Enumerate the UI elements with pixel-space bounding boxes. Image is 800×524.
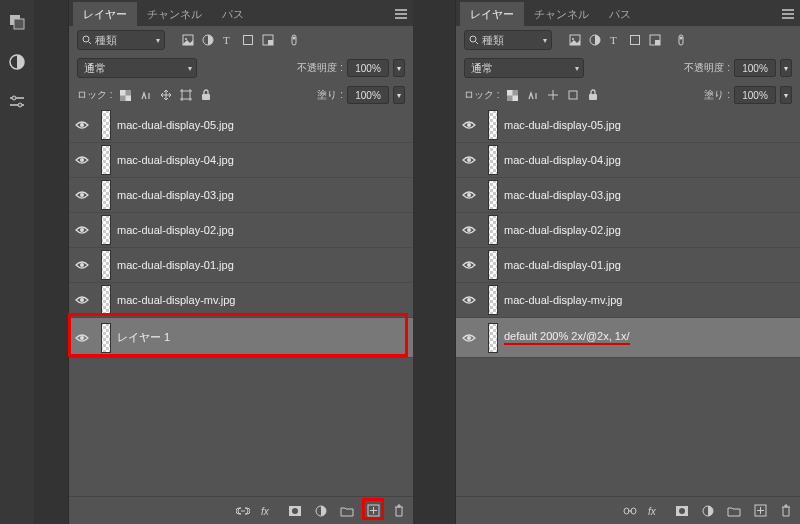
link-icon[interactable] xyxy=(235,503,251,519)
layer-name[interactable]: mac-dual-display-04.jpg xyxy=(117,154,234,166)
visibility-eye-icon[interactable] xyxy=(460,256,478,274)
layer-name[interactable]: レイヤー 1 xyxy=(117,330,170,345)
layers-list[interactable]: mac-dual-display-05.jpgmac-dual-display-… xyxy=(456,108,800,496)
layer-name[interactable]: mac-dual-display-03.jpg xyxy=(504,189,621,201)
layer-thumbnail[interactable] xyxy=(101,145,111,175)
visibility-eye-icon[interactable] xyxy=(460,329,478,347)
layer-thumbnail[interactable] xyxy=(101,323,111,353)
swatch-icon[interactable] xyxy=(5,10,29,34)
filter-smartobject-icon[interactable] xyxy=(261,33,275,47)
visibility-eye-icon[interactable] xyxy=(73,116,91,134)
lock-transparency-icon[interactable] xyxy=(506,88,520,102)
layer-filter-select[interactable]: 種類 ▾ xyxy=(77,30,165,50)
visibility-eye-icon[interactable] xyxy=(460,221,478,239)
fx-icon[interactable]: fx xyxy=(648,503,664,519)
layer-thumbnail[interactable] xyxy=(488,285,498,315)
visibility-eye-icon[interactable] xyxy=(73,256,91,274)
lock-artboard-icon[interactable] xyxy=(566,88,580,102)
layer-thumbnail[interactable] xyxy=(488,145,498,175)
group-icon[interactable] xyxy=(339,503,355,519)
fill-dropdown-icon[interactable]: ▾ xyxy=(780,86,792,104)
layer-thumbnail[interactable] xyxy=(488,323,498,353)
layer-name[interactable]: mac-dual-display-04.jpg xyxy=(504,154,621,166)
layer-thumbnail[interactable] xyxy=(488,215,498,245)
contrast-icon[interactable] xyxy=(5,50,29,74)
fill-dropdown-icon[interactable]: ▾ xyxy=(393,86,405,104)
filter-pixel-icon[interactable] xyxy=(568,33,582,47)
layer-thumbnail[interactable] xyxy=(488,180,498,210)
new-layer-icon[interactable] xyxy=(365,503,381,519)
layer-name[interactable]: mac-dual-display-02.jpg xyxy=(117,224,234,236)
layer-row[interactable]: mac-dual-display-mv.jpg xyxy=(456,283,800,318)
layer-row[interactable]: mac-dual-display-02.jpg xyxy=(456,213,800,248)
lock-image-icon[interactable] xyxy=(526,88,540,102)
layer-name[interactable]: mac-dual-display-mv.jpg xyxy=(117,294,235,306)
visibility-eye-icon[interactable] xyxy=(73,186,91,204)
tab-paths[interactable]: パス xyxy=(599,2,641,26)
opacity-dropdown-icon[interactable]: ▾ xyxy=(393,59,405,77)
tab-paths[interactable]: パス xyxy=(212,2,254,26)
tab-layers[interactable]: レイヤー xyxy=(73,2,137,26)
tab-layers[interactable]: レイヤー xyxy=(460,2,524,26)
opacity-value[interactable]: 100% xyxy=(734,59,776,77)
group-icon[interactable] xyxy=(726,503,742,519)
adjustment-icon[interactable] xyxy=(700,503,716,519)
layer-row[interactable]: レイヤー 1 xyxy=(69,318,413,358)
layer-thumbnail[interactable] xyxy=(488,250,498,280)
fill-value[interactable]: 100% xyxy=(734,86,776,104)
lock-artboard-icon[interactable] xyxy=(179,88,193,102)
filter-type-icon[interactable]: T xyxy=(221,33,235,47)
tab-channels[interactable]: チャンネル xyxy=(524,2,599,26)
visibility-eye-icon[interactable] xyxy=(73,329,91,347)
trash-icon[interactable] xyxy=(778,503,794,519)
lock-image-icon[interactable] xyxy=(139,88,153,102)
filter-shape-icon[interactable] xyxy=(628,33,642,47)
panel-menu-icon[interactable] xyxy=(776,2,800,26)
layer-name[interactable]: mac-dual-display-05.jpg xyxy=(117,119,234,131)
layer-thumbnail[interactable] xyxy=(488,110,498,140)
visibility-eye-icon[interactable] xyxy=(460,151,478,169)
layer-thumbnail[interactable] xyxy=(101,285,111,315)
layer-row[interactable]: mac-dual-display-04.jpg xyxy=(456,143,800,178)
layer-name[interactable]: mac-dual-display-03.jpg xyxy=(117,189,234,201)
filter-smartobject-icon[interactable] xyxy=(648,33,662,47)
layer-row[interactable]: default 200% 2x/@2x, 1x/ xyxy=(456,318,800,358)
layer-row[interactable]: mac-dual-display-03.jpg xyxy=(456,178,800,213)
layer-row[interactable]: mac-dual-display-05.jpg xyxy=(456,108,800,143)
layer-name[interactable]: mac-dual-display-01.jpg xyxy=(504,259,621,271)
blend-mode-select[interactable]: 通常▾ xyxy=(464,58,584,78)
layer-name[interactable]: mac-dual-display-01.jpg xyxy=(117,259,234,271)
filter-adjustment-icon[interactable] xyxy=(201,33,215,47)
layer-name[interactable]: mac-dual-display-05.jpg xyxy=(504,119,621,131)
lock-all-icon[interactable] xyxy=(586,88,600,102)
lock-all-icon[interactable] xyxy=(199,88,213,102)
layer-row[interactable]: mac-dual-display-05.jpg xyxy=(69,108,413,143)
mask-icon[interactable] xyxy=(287,503,303,519)
visibility-eye-icon[interactable] xyxy=(73,291,91,309)
lock-position-icon[interactable] xyxy=(546,88,560,102)
opacity-dropdown-icon[interactable]: ▾ xyxy=(780,59,792,77)
fill-value[interactable]: 100% xyxy=(347,86,389,104)
filter-adjustment-icon[interactable] xyxy=(588,33,602,47)
layer-thumbnail[interactable] xyxy=(101,110,111,140)
layers-list[interactable]: mac-dual-display-05.jpgmac-dual-display-… xyxy=(69,108,413,496)
sliders-icon[interactable] xyxy=(5,90,29,114)
filter-pixel-icon[interactable] xyxy=(181,33,195,47)
link-icon[interactable] xyxy=(622,503,638,519)
layer-name[interactable]: mac-dual-display-mv.jpg xyxy=(504,294,622,306)
layer-thumbnail[interactable] xyxy=(101,180,111,210)
layer-row[interactable]: mac-dual-display-mv.jpg xyxy=(69,283,413,318)
visibility-eye-icon[interactable] xyxy=(460,186,478,204)
adjustment-icon[interactable] xyxy=(313,503,329,519)
layer-name[interactable]: mac-dual-display-02.jpg xyxy=(504,224,621,236)
layer-thumbnail[interactable] xyxy=(101,215,111,245)
layer-row[interactable]: mac-dual-display-01.jpg xyxy=(456,248,800,283)
tab-channels[interactable]: チャンネル xyxy=(137,2,212,26)
fx-icon[interactable]: fx xyxy=(261,503,277,519)
panel-menu-icon[interactable] xyxy=(389,2,413,26)
layer-row[interactable]: mac-dual-display-04.jpg xyxy=(69,143,413,178)
layer-row[interactable]: mac-dual-display-02.jpg xyxy=(69,213,413,248)
layer-row[interactable]: mac-dual-display-01.jpg xyxy=(69,248,413,283)
filter-type-icon[interactable]: T xyxy=(608,33,622,47)
lock-position-icon[interactable] xyxy=(159,88,173,102)
